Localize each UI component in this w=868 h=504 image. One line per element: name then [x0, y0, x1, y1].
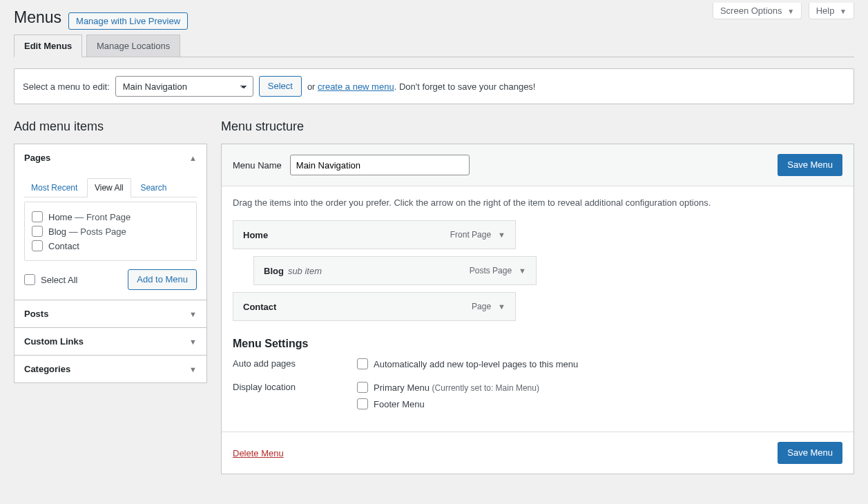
menu-frame: Menu Name Save Menu Drag the items into … [221, 144, 854, 474]
location-primary-row[interactable]: Primary Menu (Currently set to: Main Men… [357, 382, 539, 393]
pages-list-item[interactable]: Contact [32, 240, 189, 251]
accordion-custom-links-header[interactable]: Custom Links ▼ [15, 328, 206, 355]
menu-name-input[interactable] [290, 155, 470, 175]
save-menu-button-bottom[interactable]: Save Menu [778, 442, 842, 464]
save-menu-button-top[interactable]: Save Menu [778, 154, 842, 176]
auto-add-label: Auto add pages [233, 357, 357, 369]
select-menu-label: Select a menu to edit: [23, 81, 110, 92]
pages-tab-search[interactable]: Search [133, 179, 173, 197]
accordion-posts-header[interactable]: Posts ▼ [15, 300, 206, 327]
live-preview-button[interactable]: Manage with Live Preview [68, 12, 188, 30]
help-label: Help [816, 6, 835, 16]
pages-tab-view-all[interactable]: View All [87, 178, 131, 197]
add-menu-items-heading: Add menu items [14, 119, 207, 134]
pages-tab-most-recent[interactable]: Most Recent [24, 179, 84, 197]
menu-item[interactable]: Home Front Page ▼ [233, 220, 516, 249]
triangle-down-icon[interactable]: ▼ [498, 231, 505, 239]
menu-select-panel: Select a menu to edit: Main Navigation S… [14, 68, 854, 104]
tab-manage-locations[interactable]: Manage Locations [86, 35, 180, 57]
menu-item[interactable]: Contact Page ▼ [233, 292, 516, 321]
nav-tabs: Edit Menus Manage Locations [14, 34, 854, 57]
tab-edit-menus[interactable]: Edit Menus [14, 35, 82, 57]
triangle-down-icon: ▼ [189, 365, 197, 374]
triangle-down-icon[interactable]: ▼ [498, 302, 505, 311]
checkbox[interactable] [357, 358, 368, 369]
triangle-down-icon: ▼ [189, 310, 197, 318]
checkbox[interactable] [357, 398, 368, 409]
add-to-menu-button[interactable]: Add to Menu [128, 269, 197, 290]
accordion-custom-links: Custom Links ▼ [15, 327, 206, 355]
menu-settings-heading: Menu Settings [233, 338, 842, 350]
triangle-down-icon: ▼ [787, 8, 794, 15]
menu-name-label: Menu Name [233, 160, 282, 171]
pages-list-item[interactable]: Blog — Posts Page [32, 226, 189, 237]
add-items-accordion: Pages ▲ Most Recent View All Search H [14, 144, 207, 383]
accordion-pages-header[interactable]: Pages ▲ [15, 144, 206, 171]
select-all-row[interactable]: Select All [24, 274, 77, 285]
auto-add-checkbox-row[interactable]: Automatically add new top-level pages to… [357, 358, 578, 369]
location-footer-row[interactable]: Footer Menu [357, 398, 539, 409]
display-location-label: Display location [233, 380, 357, 392]
pages-inner-tabs: Most Recent View All Search [24, 178, 197, 197]
select-or-text: or [307, 81, 316, 92]
checkbox[interactable] [32, 211, 43, 222]
accordion-pages: Pages ▲ Most Recent View All Search H [15, 144, 206, 300]
menu-structure-heading: Menu structure [221, 119, 854, 134]
triangle-down-icon: ▼ [840, 8, 847, 15]
accordion-categories-header[interactable]: Categories ▼ [15, 356, 206, 382]
menu-structure-hint: Drag the items into the order you prefer… [233, 197, 842, 208]
create-new-menu-link[interactable]: create a new menu [318, 81, 394, 92]
triangle-up-icon: ▲ [189, 154, 197, 162]
triangle-down-icon[interactable]: ▼ [519, 266, 526, 275]
screen-options-button[interactable]: Screen Options ▼ [713, 3, 802, 19]
accordion-categories: Categories ▼ [15, 355, 206, 382]
pages-list-item[interactable]: Home — Front Page [32, 211, 189, 222]
pages-list: Home — Front Page Blog — Posts Page Cont… [24, 202, 197, 261]
help-button[interactable]: Help ▼ [809, 3, 854, 19]
checkbox[interactable] [357, 382, 368, 393]
menu-settings: Menu Settings Auto add pages Automatical… [233, 338, 842, 415]
menu-select-dropdown[interactable]: Main Navigation [115, 76, 253, 97]
triangle-down-icon: ▼ [189, 338, 197, 346]
menu-items-list: Home Front Page ▼ Blogsub item Posts Pag… [233, 220, 842, 321]
delete-menu-link[interactable]: Delete Menu [233, 448, 284, 458]
page-title: Menus [14, 8, 61, 27]
screen-options-label: Screen Options [720, 6, 782, 16]
checkbox[interactable] [32, 240, 43, 251]
menu-item[interactable]: Blogsub item Posts Page ▼ [253, 256, 537, 285]
select-tail-text: . Don't forget to save your changes! [394, 81, 536, 92]
checkbox[interactable] [24, 274, 35, 285]
checkbox[interactable] [32, 226, 43, 237]
select-button[interactable]: Select [259, 76, 302, 97]
accordion-posts: Posts ▼ [15, 300, 206, 327]
